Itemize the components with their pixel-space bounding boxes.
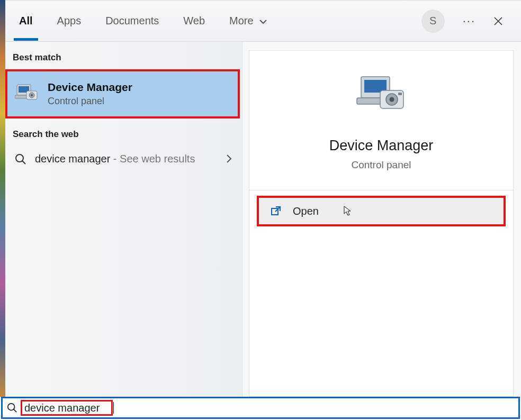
search-body: Best match Device Manager Control panel xyxy=(5,42,521,397)
tab-more[interactable]: More xyxy=(227,1,269,41)
device-manager-large-icon xyxy=(356,72,407,123)
svg-point-17 xyxy=(8,404,15,410)
best-match-title: Device Manager xyxy=(48,81,132,94)
preview-header: Device Manager Control panel xyxy=(249,51,513,187)
header-actions: S ··· xyxy=(421,1,506,41)
search-icon xyxy=(14,151,28,165)
svg-point-5 xyxy=(31,94,33,96)
device-manager-icon xyxy=(15,83,38,106)
divider xyxy=(249,190,513,190)
open-label: Open xyxy=(293,205,319,217)
svg-line-7 xyxy=(22,161,25,164)
web-result-suffix: - See web results xyxy=(110,153,195,165)
search-text-highlight: device manager xyxy=(21,400,113,416)
svg-line-18 xyxy=(14,409,16,412)
tab-more-label: More xyxy=(229,15,254,26)
results-column: Best match Device Manager Control panel xyxy=(5,42,242,397)
mouse-cursor-icon xyxy=(344,206,352,216)
open-action[interactable]: Open xyxy=(257,196,506,226)
filter-tabs: All Apps Documents Web More xyxy=(17,1,269,41)
search-window: All Apps Documents Web More S ··· Best m… xyxy=(5,0,521,397)
svg-point-13 xyxy=(390,97,394,102)
close-icon xyxy=(493,16,503,26)
more-options-button[interactable]: ··· xyxy=(463,14,475,28)
text-caret xyxy=(113,402,114,414)
tab-all[interactable]: All xyxy=(17,1,35,41)
web-result-item[interactable]: device manager - See web results xyxy=(5,146,242,171)
close-button[interactable] xyxy=(493,16,506,26)
web-result-query: device manager xyxy=(35,153,110,165)
preview-column: Device Manager Control panel Open xyxy=(242,42,521,397)
best-match-label: Best match xyxy=(5,49,242,69)
search-header: All Apps Documents Web More S ··· xyxy=(5,1,521,42)
svg-point-6 xyxy=(16,154,23,162)
tab-documents[interactable]: Documents xyxy=(103,1,161,41)
taskbar-search-box[interactable]: device manager xyxy=(1,397,520,419)
search-input[interactable]: device manager xyxy=(24,402,109,414)
chevron-down-icon xyxy=(259,19,267,24)
tab-apps[interactable]: Apps xyxy=(55,1,84,41)
preview-card: Device Manager Control panel Open xyxy=(249,50,514,397)
search-icon xyxy=(7,403,17,413)
tab-web[interactable]: Web xyxy=(181,1,207,41)
search-web-label: Search the web xyxy=(5,126,242,146)
best-match-subtitle: Control panel xyxy=(48,96,132,107)
chevron-right-icon xyxy=(226,154,232,163)
web-result-text: device manager - See web results xyxy=(35,151,219,166)
best-match-item[interactable]: Device Manager Control panel xyxy=(5,69,240,118)
user-avatar[interactable]: S xyxy=(421,10,445,33)
best-match-text: Device Manager Control panel xyxy=(48,81,132,107)
open-external-icon xyxy=(271,206,281,216)
desktop-edge-decoration xyxy=(0,0,5,397)
preview-title: Device Manager xyxy=(329,138,434,154)
preview-subtitle: Control panel xyxy=(351,159,411,171)
svg-rect-14 xyxy=(398,93,402,95)
